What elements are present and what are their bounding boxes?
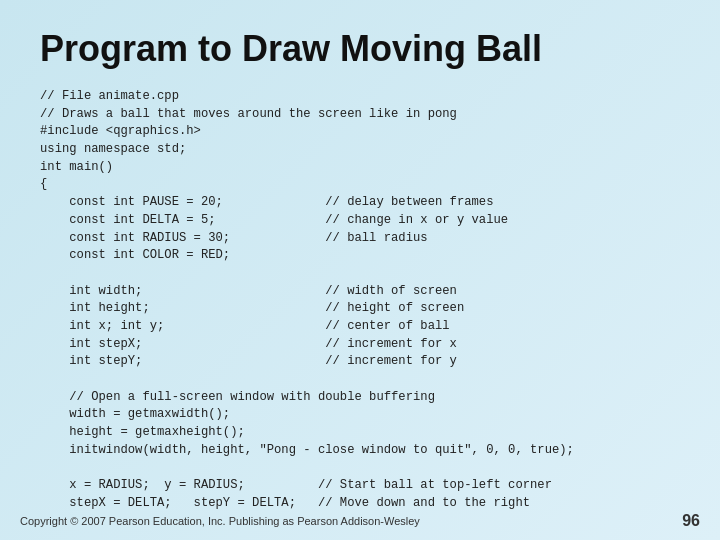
copyright-text: Copyright © 2007 Pearson Education, Inc.… <box>20 515 420 527</box>
page-number: 96 <box>682 512 700 530</box>
footer: Copyright © 2007 Pearson Education, Inc.… <box>0 512 720 530</box>
slide: Program to Draw Moving Ball // File anim… <box>0 0 720 540</box>
code-block: // File animate.cpp // Draws a ball that… <box>40 88 680 513</box>
slide-title: Program to Draw Moving Ball <box>40 28 680 70</box>
